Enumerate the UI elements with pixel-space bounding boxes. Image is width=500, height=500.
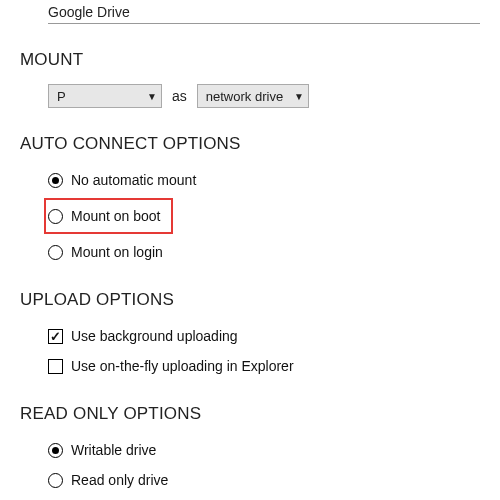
mount-as-label: as: [172, 88, 187, 104]
highlight-box: Mount on boot: [44, 198, 173, 234]
radio-no-auto-mount[interactable]: No automatic mount: [48, 168, 480, 192]
radio-writable-drive[interactable]: Writable drive: [48, 438, 480, 462]
radio-icon: [48, 209, 63, 224]
section-auto-connect: AUTO CONNECT OPTIONS: [20, 134, 480, 154]
section-upload: UPLOAD OPTIONS: [20, 290, 480, 310]
radio-icon: [48, 443, 63, 458]
radio-mount-on-boot[interactable]: Mount on boot: [48, 204, 161, 228]
radio-read-only-drive[interactable]: Read only drive: [48, 468, 480, 492]
radio-icon: [48, 245, 63, 260]
radio-label: Mount on login: [71, 244, 163, 260]
drive-letter-select[interactable]: P ▼: [48, 84, 162, 108]
checkbox-icon: [48, 329, 63, 344]
checkbox-icon: [48, 359, 63, 374]
drive-type-value: network drive: [206, 89, 283, 104]
check-background-upload[interactable]: Use background uploading: [48, 324, 480, 348]
radio-label: Mount on boot: [71, 208, 161, 224]
section-mount: MOUNT: [20, 50, 480, 70]
radio-mount-on-login[interactable]: Mount on login: [48, 240, 480, 264]
check-on-the-fly-upload[interactable]: Use on-the-fly uploading in Explorer: [48, 354, 480, 378]
radio-label: Writable drive: [71, 442, 156, 458]
checkbox-label: Use background uploading: [71, 328, 238, 344]
chevron-down-icon: ▼: [294, 91, 304, 102]
radio-label: No automatic mount: [71, 172, 196, 188]
checkbox-label: Use on-the-fly uploading in Explorer: [71, 358, 294, 374]
section-read-only: READ ONLY OPTIONS: [20, 404, 480, 424]
drive-type-select[interactable]: network drive ▼: [197, 84, 309, 108]
drive-letter-value: P: [57, 89, 66, 104]
chevron-down-icon: ▼: [147, 91, 157, 102]
radio-label: Read only drive: [71, 472, 168, 488]
radio-icon: [48, 473, 63, 488]
radio-icon: [48, 173, 63, 188]
service-name: Google Drive: [48, 4, 480, 24]
